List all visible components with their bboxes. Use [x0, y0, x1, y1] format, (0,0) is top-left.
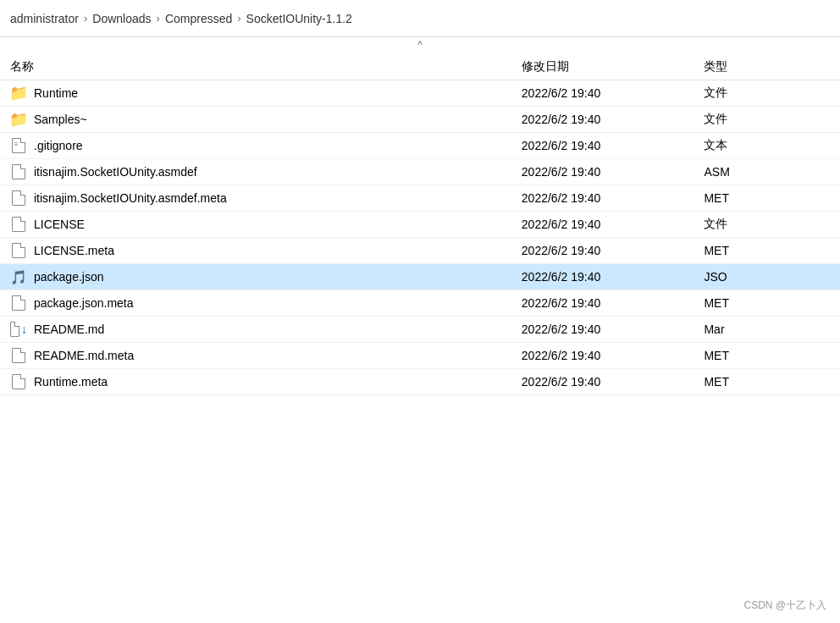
file-name-cell: itisnajim.SocketIOUnity.asmdef.meta: [0, 185, 511, 212]
file-date-cell: 2022/6/2 19:40: [511, 290, 694, 317]
file-name-label: Samples~: [34, 113, 87, 126]
file-name-label: README.md.meta: [34, 349, 134, 362]
package-icon: 🎵: [10, 268, 27, 285]
sort-arrow: ^: [0, 37, 840, 54]
file-name-cell: LICENSE: [0, 212, 511, 238]
file-date-cell: 2022/6/2 19:40: [511, 133, 694, 159]
breadcrumb-sep-1: ›: [84, 12, 87, 25]
table-row[interactable]: 📁Runtime2022/6/2 19:40文件: [0, 80, 840, 107]
file-type-cell: Mar: [694, 317, 840, 343]
table-row[interactable]: LICENSE.meta2022/6/2 19:40MET: [0, 238, 840, 264]
file-icon: [10, 190, 27, 207]
file-list-container: ^ 名称 修改日期 类型 📁Runtime2022/6/2 19:40文件📁Sa…: [0, 37, 840, 623]
file-name-label: LICENSE: [34, 218, 85, 231]
table-row[interactable]: package.json.meta2022/6/2 19:40MET: [0, 290, 840, 317]
file-type-cell: MET: [694, 238, 840, 264]
table-row[interactable]: 🎵package.json2022/6/2 19:40JSO: [0, 264, 840, 290]
file-type-cell: MET: [694, 369, 840, 395]
file-date-cell: 2022/6/2 19:40: [511, 317, 694, 343]
table-header: 名称 修改日期 类型: [0, 54, 840, 80]
file-icon: [10, 242, 27, 259]
table-row[interactable]: Runtime.meta2022/6/2 19:40MET: [0, 369, 840, 395]
breadcrumb-sep-2: ›: [157, 12, 160, 25]
file-name-cell: README.md.meta: [0, 343, 511, 369]
file-name-label: itisnajim.SocketIOUnity.asmdef: [34, 165, 197, 179]
file-date-cell: 2022/6/2 19:40: [511, 264, 694, 290]
table-row[interactable]: itisnajim.SocketIOUnity.asmdef2022/6/2 1…: [0, 159, 840, 185]
file-name-label: .gitignore: [34, 139, 83, 152]
file-type-cell: ASM: [694, 159, 840, 185]
col-header-type[interactable]: 类型: [694, 54, 840, 80]
breadcrumb-compressed[interactable]: Compressed: [165, 12, 232, 25]
readme-icon: ↓: [10, 321, 27, 338]
file-name-cell: package.json.meta: [0, 290, 511, 317]
file-date-cell: 2022/6/2 19:40: [511, 369, 694, 395]
col-header-name[interactable]: 名称: [0, 54, 511, 80]
table-row[interactable]: .gitignore2022/6/2 19:40文本: [0, 133, 840, 159]
file-table: 名称 修改日期 类型 📁Runtime2022/6/2 19:40文件📁Samp…: [0, 54, 840, 395]
file-name-label: README.md: [34, 323, 104, 336]
breadcrumb-socketiounity[interactable]: SocketIOUnity-1.1.2: [246, 12, 352, 25]
file-name-label: LICENSE.meta: [34, 244, 114, 257]
file-icon: [10, 295, 27, 312]
watermark: CSDN @十乙卜入: [743, 598, 826, 613]
file-date-cell: 2022/6/2 19:40: [511, 80, 694, 107]
file-name-cell: Runtime.meta: [0, 369, 511, 395]
file-name-label: itisnajim.SocketIOUnity.asmdef.meta: [34, 191, 227, 205]
file-name-cell: LICENSE.meta: [0, 238, 511, 264]
file-type-cell: MET: [694, 343, 840, 369]
file-type-cell: 文件: [694, 212, 840, 238]
breadcrumb-downloads[interactable]: Downloads: [92, 12, 151, 25]
file-icon: [10, 216, 27, 233]
table-row[interactable]: itisnajim.SocketIOUnity.asmdef.meta2022/…: [0, 185, 840, 212]
file-name-cell: 📁Runtime: [0, 80, 511, 107]
file-date-cell: 2022/6/2 19:40: [511, 107, 694, 133]
breadcrumb-administrator[interactable]: administrator: [10, 12, 79, 25]
table-row[interactable]: README.md.meta2022/6/2 19:40MET: [0, 343, 840, 369]
file-type-cell: 文件: [694, 80, 840, 107]
file-name-label: Runtime.meta: [34, 375, 108, 389]
file-type-cell: JSO: [694, 264, 840, 290]
file-name-label: Runtime: [34, 86, 78, 100]
file-type-cell: MET: [694, 185, 840, 212]
file-name-cell: ↓README.md: [0, 317, 511, 343]
file-list-body: 📁Runtime2022/6/2 19:40文件📁Samples~2022/6/…: [0, 80, 840, 395]
table-row[interactable]: 📁Samples~2022/6/2 19:40文件: [0, 107, 840, 133]
file-name-label: package.json.meta: [34, 296, 134, 310]
file-date-cell: 2022/6/2 19:40: [511, 185, 694, 212]
file-name-cell: itisnajim.SocketIOUnity.asmdef: [0, 159, 511, 185]
file-date-cell: 2022/6/2 19:40: [511, 159, 694, 185]
file-name-label: package.json: [34, 270, 104, 284]
table-row[interactable]: ↓README.md2022/6/2 19:40Mar: [0, 317, 840, 343]
breadcrumb: administrator › Downloads › Compressed ›…: [0, 0, 840, 37]
file-icon: [10, 347, 27, 364]
file-name-cell: 📁Samples~: [0, 107, 511, 133]
col-header-date[interactable]: 修改日期: [511, 54, 694, 80]
file-date-cell: 2022/6/2 19:40: [511, 343, 694, 369]
file-icon: [10, 373, 27, 390]
text-file-icon: [10, 137, 27, 154]
folder-icon: 📁: [10, 111, 27, 128]
file-type-cell: 文本: [694, 133, 840, 159]
breadcrumb-sep-3: ›: [237, 12, 240, 25]
file-type-cell: MET: [694, 290, 840, 317]
file-name-cell: .gitignore: [0, 133, 511, 159]
file-date-cell: 2022/6/2 19:40: [511, 212, 694, 238]
folder-icon: 📁: [10, 85, 27, 102]
file-type-cell: 文件: [694, 107, 840, 133]
file-icon: [10, 163, 27, 180]
file-date-cell: 2022/6/2 19:40: [511, 238, 694, 264]
table-row[interactable]: LICENSE2022/6/2 19:40文件: [0, 212, 840, 238]
file-name-cell: 🎵package.json: [0, 264, 511, 290]
